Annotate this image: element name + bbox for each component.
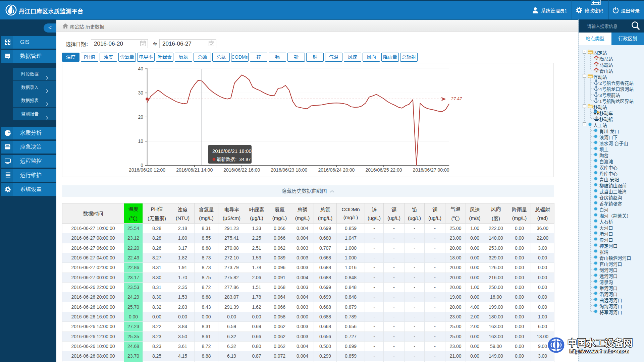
svg-text:27.47: 27.47	[451, 96, 462, 101]
svg-text:2016/06/21 14:00: 2016/06/21 14:00	[176, 167, 213, 173]
svg-text:2016/06/24 20:00: 2016/06/24 20:00	[318, 167, 355, 173]
svg-text:2016/06/20 12:00: 2016/06/20 12:00	[129, 167, 165, 173]
svg-text:40: 40	[138, 66, 143, 71]
svg-text:http://www.watersb.com.cn: http://www.watersb.com.cn	[570, 348, 629, 354]
svg-text:2016/06/23 18:00: 2016/06/23 18:00	[271, 167, 307, 173]
svg-text:2016/06/25 22:00: 2016/06/25 22:00	[366, 167, 402, 173]
svg-text:最新数据：34.97: 最新数据：34.97	[217, 157, 251, 162]
svg-text:10: 10	[138, 138, 143, 144]
svg-text:2016/06/21 18:00: 2016/06/21 18:00	[212, 148, 252, 154]
svg-text:2016/06/27 00:00: 2016/06/27 00:00	[413, 167, 449, 173]
svg-text:2016/06/22 16:00: 2016/06/22 16:00	[223, 167, 260, 173]
svg-text:30: 30	[138, 90, 143, 96]
svg-text:中国水工设备网: 中国水工设备网	[568, 338, 633, 348]
svg-text:20: 20	[138, 114, 143, 120]
